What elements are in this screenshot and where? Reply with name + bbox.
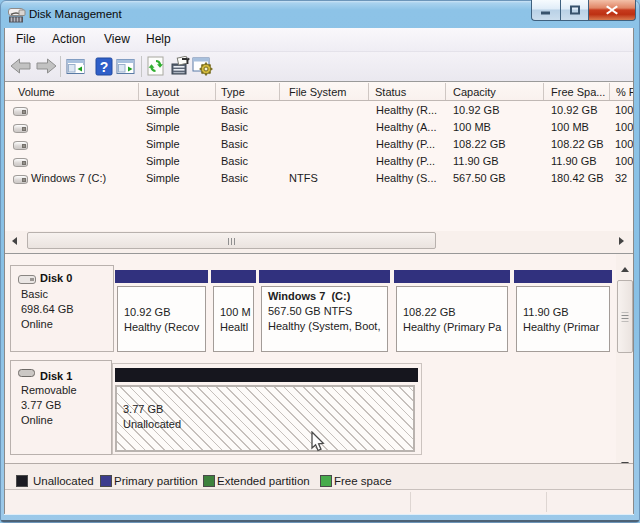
- svg-text:?: ?: [100, 59, 109, 75]
